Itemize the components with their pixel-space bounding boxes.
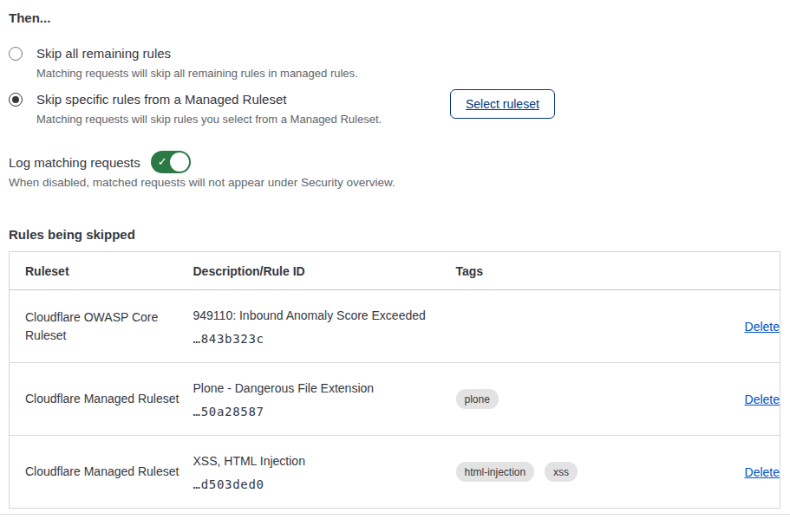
option-skip-specific-label[interactable]: Skip specific rules from a Managed Rules… <box>36 90 382 108</box>
rule-description: 949110: Inbound Anomaly Score Exceeded <box>193 308 456 324</box>
log-matching-label: Log matching requests <box>9 155 140 170</box>
ruleset-name: Cloudflare OWASP Core Ruleset <box>10 290 193 363</box>
tag-pill: xss <box>545 462 578 482</box>
option-skip-all-rules: Skip all remaining rules Matching reques… <box>9 44 358 81</box>
delete-cell: Delete <box>664 363 780 436</box>
tags-cell: plone <box>456 363 664 436</box>
delete-link[interactable]: Delete <box>745 465 780 479</box>
table-row: Cloudflare OWASP Core Ruleset 949110: In… <box>10 290 780 363</box>
delete-link[interactable]: Delete <box>745 393 780 406</box>
table-header-row: Ruleset Description/Rule ID Tags <box>10 252 780 290</box>
rule-description-cell: Plone - Dangerous File Extension …50a285… <box>193 363 456 436</box>
log-matching-description: When disabled, matched requests will not… <box>9 176 395 189</box>
log-matching-toggle[interactable]: ✓ <box>151 151 191 173</box>
option-skip-all-label[interactable]: Skip all remaining rules <box>36 44 358 62</box>
rule-description-cell: 949110: Inbound Anomaly Score Exceeded …… <box>193 290 456 363</box>
then-heading: Then... <box>9 10 50 25</box>
ruleset-name: Cloudflare Managed Ruleset <box>10 436 193 509</box>
delete-link[interactable]: Delete <box>745 320 780 334</box>
option-skip-specific-description: Matching requests will skip rules you se… <box>36 112 382 127</box>
rule-description-cell: XSS, HTML Injection …d503ded0 <box>193 436 456 509</box>
toggle-knob <box>170 152 189 172</box>
section-divider <box>0 514 790 515</box>
option-skip-specific-text: Skip specific rules from a Managed Rules… <box>36 90 382 127</box>
table-row: Cloudflare Managed Ruleset Plone - Dange… <box>10 363 780 436</box>
waf-skip-rule-page: Then... Skip all remaining rules Matchin… <box>0 0 790 532</box>
check-icon: ✓ <box>158 156 167 167</box>
rule-description: Plone - Dangerous File Extension <box>193 380 456 397</box>
ruleset-name: Cloudflare Managed Ruleset <box>10 363 193 436</box>
tag-pill: html-injection <box>456 462 535 482</box>
option-skip-specific-rules: Skip specific rules from a Managed Rules… <box>9 90 382 127</box>
rule-id: …50a28587 <box>193 405 456 418</box>
rule-id: …843b323c <box>193 332 456 346</box>
rules-being-skipped-table: Ruleset Description/Rule ID Tags Cloudfl… <box>9 251 780 509</box>
option-skip-all-description: Matching requests will skip all remainin… <box>36 66 358 81</box>
column-header-description: Description/Rule ID <box>193 252 456 290</box>
table-row: Cloudflare Managed Ruleset XSS, HTML Inj… <box>10 436 780 509</box>
column-header-tags: Tags <box>456 252 664 290</box>
column-header-actions <box>664 252 780 290</box>
delete-cell: Delete <box>664 436 780 509</box>
tag-pill: plone <box>456 389 499 409</box>
option-skip-all-text: Skip all remaining rules Matching reques… <box>36 44 358 81</box>
rule-description: XSS, HTML Injection <box>193 453 456 470</box>
rule-id: …d503ded0 <box>193 477 456 491</box>
tags-cell <box>456 290 664 363</box>
column-header-ruleset: Ruleset <box>10 252 193 290</box>
log-matching-row: Log matching requests ✓ <box>9 151 191 173</box>
select-ruleset-button[interactable]: Select ruleset <box>450 89 555 119</box>
delete-cell: Delete <box>664 290 780 363</box>
radio-skip-specific-rules[interactable] <box>9 93 23 107</box>
radio-skip-all-rules[interactable] <box>9 47 23 61</box>
tags-cell: html-injection xss <box>456 436 664 509</box>
rules-table-heading: Rules being skipped <box>9 227 135 242</box>
